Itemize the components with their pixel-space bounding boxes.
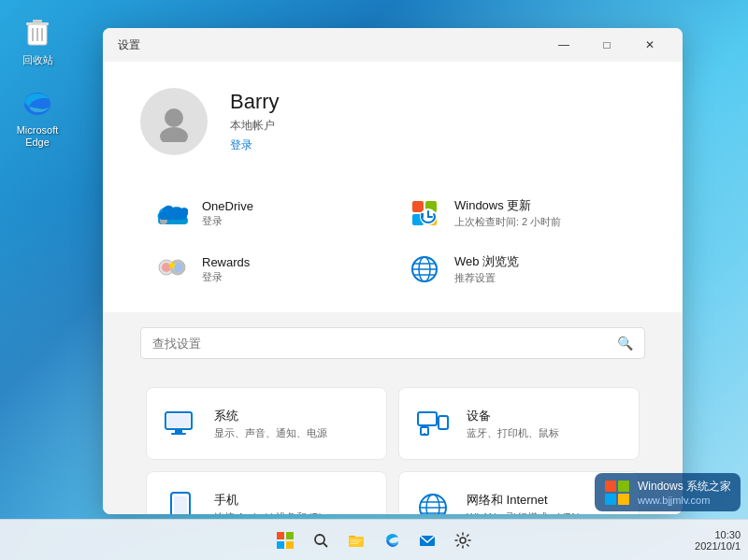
quick-grid: OneDrive 登录: [103, 178, 683, 312]
svg-point-59: [460, 538, 466, 543]
taskbar-mail-button[interactable]: [410, 524, 444, 557]
svg-point-39: [420, 495, 446, 514]
network-text: 网络和 Internet WLAN、飞行模式、VPN: [467, 492, 579, 515]
desktop-icons: 回收站 MicrosoftEdge: [7, 9, 67, 153]
svg-rect-31: [167, 414, 190, 427]
watermark-text: Windows 系统之家: [638, 479, 731, 495]
onedrive-title: OneDrive: [202, 199, 253, 213]
phone-text: 手机 连接 Android 设备和 iPhone: [214, 492, 341, 515]
svg-rect-45: [618, 481, 629, 492]
network-icon: [414, 489, 452, 514]
network-title: 网络和 Internet: [467, 492, 579, 509]
web-title: Web 浏览览: [454, 253, 519, 270]
update-title: Windows 更新: [454, 197, 561, 214]
settings-item-phone[interactable]: 手机 连接 Android 设备和 iPhone: [146, 471, 387, 514]
phone-subtitle: 连接 Android 设备和 iPhone: [214, 510, 341, 515]
watermark-url: www.bjjmlv.com: [638, 495, 731, 506]
web-subtitle: 推荐设置: [454, 271, 519, 285]
close-button[interactable]: ✕: [628, 30, 671, 60]
onedrive-icon: [155, 196, 189, 230]
search-box: 🔍: [140, 327, 645, 359]
devices-title: 设备: [467, 408, 559, 424]
profile-section: Barry 本地帐户 登录: [103, 62, 683, 178]
network-subtitle: WLAN、飞行模式、VPN: [467, 510, 579, 515]
title-bar-controls: — □ ✕: [542, 30, 671, 60]
svg-rect-32: [418, 412, 437, 425]
svg-rect-33: [439, 416, 448, 429]
taskbar-explorer-button[interactable]: [339, 524, 373, 557]
svg-point-40: [426, 495, 439, 514]
svg-point-52: [315, 535, 324, 544]
quick-item-onedrive[interactable]: OneDrive 登录: [140, 185, 393, 241]
desktop-icon-edge[interactable]: MicrosoftEdge: [7, 79, 67, 152]
update-icon: [408, 196, 441, 230]
watermark-info: Windows 系统之家 www.bjjmlv.com: [638, 479, 731, 506]
web-icon: [408, 252, 441, 286]
taskbar: 10:30 2021/10/1: [0, 519, 748, 560]
onedrive-subtitle: 登录: [202, 214, 253, 228]
svg-rect-47: [618, 494, 629, 505]
edge-icon: [19, 83, 56, 121]
profile-login-link[interactable]: 登录: [230, 137, 280, 153]
maximize-button[interactable]: □: [585, 30, 628, 60]
svg-rect-56: [351, 541, 360, 542]
svg-point-8: [165, 108, 183, 127]
svg-rect-51: [286, 541, 294, 549]
devices-text: 设备 蓝牙、打印机、鼠标: [467, 408, 559, 440]
taskbar-right: 10:30 2021/10/1: [695, 529, 741, 552]
update-subtitle: 上次检查时间: 2 小时前: [454, 215, 561, 229]
window-title: 设置: [118, 37, 140, 53]
svg-rect-13: [412, 201, 424, 212]
svg-rect-2: [33, 20, 42, 23]
taskbar-settings-button[interactable]: [446, 524, 480, 557]
recycle-bin-icon: [19, 13, 56, 50]
quick-item-rewards[interactable]: Rewards 登录: [140, 241, 393, 297]
minimize-button[interactable]: —: [542, 30, 585, 60]
profile-subtitle: 本地帐户: [230, 118, 280, 134]
system-text: 系统 显示、声音、通知、电源: [214, 408, 327, 440]
svg-rect-50: [277, 541, 284, 549]
settings-item-system[interactable]: 系统 显示、声音、通知、电源: [146, 387, 387, 460]
system-icon: [162, 405, 199, 442]
windows-logo-watermark: [604, 480, 630, 506]
svg-rect-29: [175, 429, 182, 433]
system-title: 系统: [214, 408, 327, 424]
devices-subtitle: 蓝牙、打印机、鼠标: [467, 426, 559, 440]
desktop-icon-recycle[interactable]: 回收站: [7, 9, 67, 70]
svg-line-53: [324, 543, 327, 547]
svg-rect-44: [605, 481, 616, 492]
rewards-text: Rewards 登录: [202, 255, 250, 284]
svg-rect-37: [174, 496, 187, 514]
svg-rect-57: [351, 543, 358, 544]
quick-item-update[interactable]: Windows 更新 上次检查时间: 2 小时前: [393, 185, 645, 241]
update-text: Windows 更新 上次检查时间: 2 小时前: [454, 197, 561, 229]
profile-name: Barry: [230, 90, 280, 114]
rewards-icon: [155, 252, 189, 286]
profile-info: Barry 本地帐户 登录: [230, 90, 280, 153]
settings-window: 设置 — □ ✕ Barry 本地帐户 登录: [103, 28, 683, 514]
svg-rect-30: [171, 433, 186, 435]
rewards-subtitle: 登录: [202, 270, 250, 284]
phone-title: 手机: [214, 492, 341, 509]
taskbar-search-button[interactable]: [304, 524, 338, 557]
search-section: 🔍: [103, 312, 683, 374]
avatar: [140, 88, 208, 155]
search-icon: 🔍: [617, 336, 633, 351]
rewards-title: Rewards: [202, 255, 250, 269]
svg-rect-48: [277, 532, 284, 539]
quick-item-web[interactable]: Web 浏览览 推荐设置: [393, 241, 645, 297]
edge-label: MicrosoftEdge: [17, 124, 59, 149]
svg-point-35: [424, 433, 425, 435]
web-text: Web 浏览览 推荐设置: [454, 253, 519, 285]
title-bar: 设置 — □ ✕: [103, 28, 683, 62]
settings-item-devices[interactable]: 设备 蓝牙、打印机、鼠标: [398, 387, 640, 460]
taskbar-edge-button[interactable]: [375, 524, 409, 557]
onedrive-text: OneDrive 登录: [202, 199, 253, 228]
svg-rect-49: [286, 532, 294, 539]
svg-rect-46: [605, 494, 616, 505]
taskbar-center: [268, 524, 480, 557]
taskbar-time: 10:30 2021/10/1: [695, 529, 741, 552]
recycle-bin-label: 回收站: [22, 54, 53, 66]
start-button[interactable]: [268, 524, 302, 557]
search-input[interactable]: [152, 337, 610, 351]
